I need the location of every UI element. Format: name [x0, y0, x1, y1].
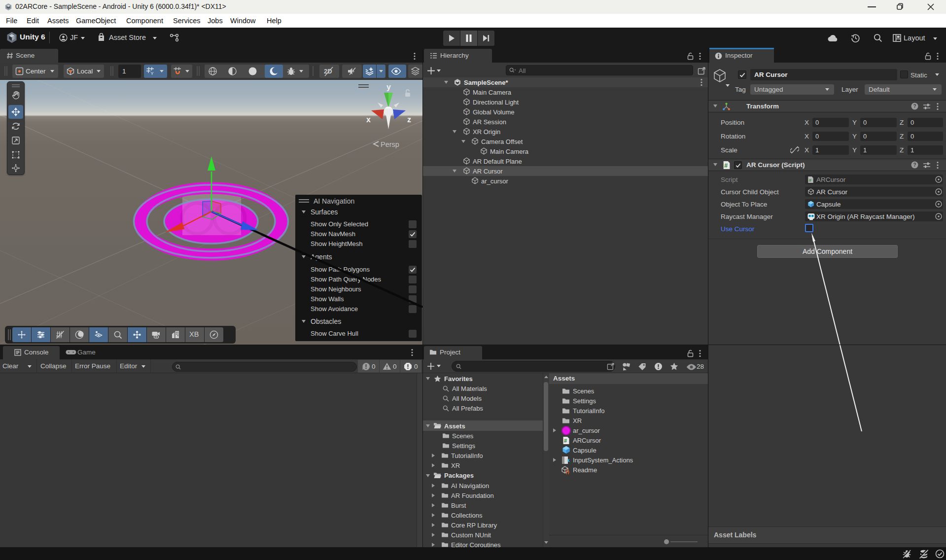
svg-text:{}: {} [565, 469, 569, 474]
svg-text:#: # [724, 162, 728, 169]
svg-text:#: # [564, 438, 567, 444]
svg-text:Y: Y [151, 71, 154, 76]
svg-text:?: ? [913, 104, 916, 109]
svg-text:#: # [809, 177, 812, 183]
svg-text:?: ? [913, 162, 916, 168]
